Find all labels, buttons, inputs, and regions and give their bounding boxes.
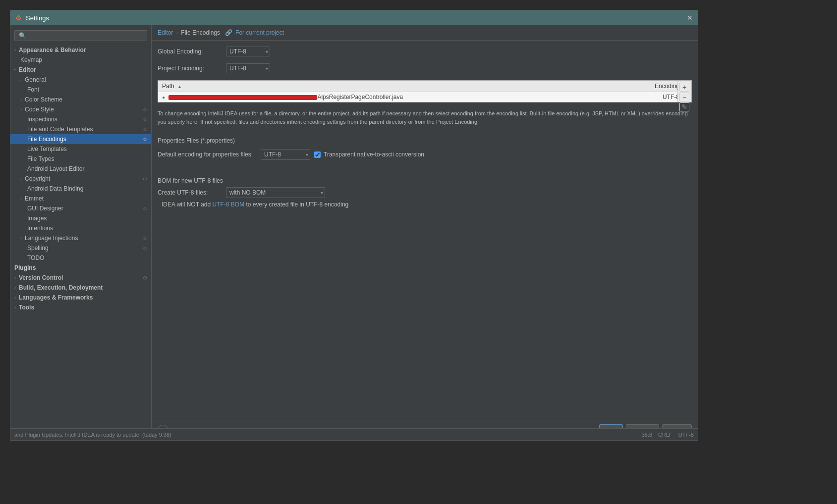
chevron-icon: ›	[14, 275, 16, 280]
sidebar-item-label: File Encodings	[27, 136, 66, 143]
remove-button[interactable]: −	[679, 93, 689, 101]
status-right: 35:6 CRLF UTF-8	[642, 432, 694, 438]
chevron-icon: ›	[14, 48, 16, 52]
window-title: Settings	[26, 14, 49, 22]
transparent-checkbox-label[interactable]: Transparent native-to-ascii conversion	[314, 151, 424, 158]
chevron-icon: ›	[14, 295, 16, 300]
settings-icon: ⚙	[143, 206, 147, 211]
sidebar-item-color-scheme[interactable]: › Color Scheme	[10, 95, 151, 104]
file-encoding-table-container: Path ▲ Encoding	[158, 80, 692, 102]
add-button[interactable]: +	[679, 83, 689, 92]
sidebar-item-live-templates[interactable]: Live Templates	[10, 144, 151, 154]
bom-section-title: BOM for new UTF-8 files	[158, 177, 692, 184]
breadcrumb-editor[interactable]: Editor	[158, 29, 173, 36]
settings-icon: ⚙	[143, 137, 147, 142]
global-encoding-row: Global Encoding: UTF-8 ISO-8859-1 US-ASC…	[158, 47, 692, 56]
transparent-checkbox[interactable]	[314, 151, 321, 158]
chevron-icon: ›	[20, 236, 22, 241]
sidebar-item-copyright[interactable]: › Copyright ⚙	[10, 174, 151, 184]
sidebar-item-android-data-binding[interactable]: Android Data Binding	[10, 184, 151, 194]
path-column-header: Path ▲	[158, 81, 605, 92]
chevron-icon: ›	[14, 285, 16, 290]
table-toolbar: + − ✎	[677, 81, 691, 102]
sidebar-item-label: General	[25, 76, 46, 83]
search-input[interactable]	[14, 30, 147, 41]
properties-encoding-select[interactable]: UTF-8 ISO-8859-1	[261, 149, 310, 160]
sidebar-item-label: Plugins	[14, 264, 36, 271]
sidebar-item-intentions[interactable]: Intentions	[10, 223, 151, 233]
sidebar-item-tools[interactable]: › Tools	[10, 302, 151, 312]
settings-icon: ⚙	[143, 107, 147, 112]
settings-icon: ⚙	[143, 275, 147, 281]
sidebar-item-inspections[interactable]: Inspections ⚙	[10, 114, 151, 124]
global-encoding-label: Global Encoding:	[158, 48, 222, 55]
sidebar-item-label: Tools	[19, 304, 34, 311]
properties-section-title: Properties Files (*.properties)	[158, 137, 692, 146]
sidebar-item-label: Version Control	[19, 274, 63, 281]
sidebar-item-general[interactable]: › General	[10, 75, 151, 85]
sidebar-item-emmet[interactable]: › Emmet	[10, 194, 151, 203]
sidebar-item-file-code-templates[interactable]: File and Code Templates ⚙	[10, 124, 151, 134]
sidebar-item-label: Images	[27, 215, 47, 222]
sidebar-item-label: File Types	[27, 155, 54, 162]
sidebar-item-todo[interactable]: TODO	[10, 253, 151, 263]
breadcrumb-project-link[interactable]: For current project	[235, 29, 284, 36]
project-encoding-select[interactable]: UTF-8 ISO-8859-1 US-ASCII	[226, 63, 270, 73]
sidebar: › Appearance & Behavior Keymap › Editor …	[10, 25, 152, 440]
sidebar-item-appearance[interactable]: › Appearance & Behavior	[10, 45, 151, 55]
bom-link[interactable]: UTF-8 BOM	[212, 201, 244, 208]
table-row[interactable]: ● AlpsRegisterPageController.java UTF-8	[158, 92, 691, 102]
settings-icon: ⚙	[143, 246, 147, 251]
sidebar-item-gui-designer[interactable]: GUI Designer ⚙	[10, 203, 151, 213]
project-encoding-wrapper: UTF-8 ISO-8859-1 US-ASCII	[226, 63, 270, 73]
sidebar-item-version-control[interactable]: › Version Control ⚙	[10, 273, 151, 283]
encoding-info-text: To change encoding IntelliJ IDEA uses fo…	[158, 107, 692, 128]
table-header: Path ▲ Encoding	[158, 81, 691, 92]
sidebar-item-label: File and Code Templates	[27, 126, 93, 133]
sidebar-item-label: Language Injections	[25, 235, 78, 242]
edit-button[interactable]: ✎	[679, 102, 689, 111]
sidebar-item-plugins[interactable]: Plugins	[10, 263, 151, 273]
chevron-icon: ›	[14, 305, 16, 310]
encoding-column-header: Encoding	[605, 81, 683, 92]
default-encoding-label: Default encoding for properties files:	[158, 151, 257, 158]
sidebar-item-label: Color Scheme	[25, 96, 62, 103]
close-button[interactable]: ✕	[687, 14, 693, 22]
sidebar-item-label: Emmet	[25, 195, 44, 202]
sidebar-item-images[interactable]: Images	[10, 213, 151, 223]
sidebar-item-file-types[interactable]: File Types	[10, 154, 151, 164]
sidebar-item-label: Languages & Frameworks	[19, 294, 93, 301]
bom-info-suffix: to every created file in UTF-8 encoding	[244, 201, 348, 208]
sidebar-item-label: Spelling	[27, 245, 49, 252]
chevron-icon: ›	[20, 196, 22, 201]
sidebar-item-label: Editor	[19, 66, 36, 73]
sidebar-item-label: Live Templates	[27, 146, 67, 152]
sidebar-item-editor[interactable]: › Editor	[10, 65, 151, 75]
sidebar-item-build-execution[interactable]: › Build, Execution, Deployment	[10, 283, 151, 293]
table-body: ● AlpsRegisterPageController.java UTF-8	[158, 92, 691, 102]
settings-icon: ⚙	[143, 127, 147, 132]
transparent-label: Transparent native-to-ascii conversion	[324, 151, 424, 158]
sidebar-item-label: TODO	[27, 254, 44, 261]
global-encoding-select[interactable]: UTF-8 ISO-8859-1 US-ASCII	[226, 47, 270, 56]
status-message: and Plugin Updates: IntelliJ IDEA is rea…	[14, 432, 171, 438]
main-panel: Editor › File Encodings 🔗 For current pr…	[152, 25, 698, 440]
panel-content: Global Encoding: UTF-8 ISO-8859-1 US-ASC…	[152, 41, 698, 420]
sidebar-item-label: Build, Execution, Deployment	[19, 284, 103, 291]
sidebar-item-keymap[interactable]: Keymap	[10, 55, 151, 65]
sidebar-item-code-style[interactable]: › Code Style ⚙	[10, 104, 151, 114]
breadcrumb-icon: 🔗	[225, 29, 232, 36]
file-encoding-table: Path ▲ Encoding	[158, 81, 691, 102]
sidebar-item-languages-frameworks[interactable]: › Languages & Frameworks	[10, 293, 151, 302]
properties-encoding-row: Default encoding for properties files: U…	[158, 149, 692, 160]
sidebar-item-label: Android Layout Editor	[27, 165, 84, 172]
bom-info-prefix: IDEA will NOT add	[162, 201, 212, 208]
sidebar-item-spelling[interactable]: Spelling ⚙	[10, 243, 151, 253]
sidebar-item-language-injections[interactable]: › Language Injections ⚙	[10, 233, 151, 243]
sidebar-item-android-layout-editor[interactable]: Android Layout Editor	[10, 164, 151, 174]
project-encoding-row: Project Encoding: UTF-8 ISO-8859-1 US-AS…	[158, 63, 692, 73]
sidebar-item-font[interactable]: Font	[10, 85, 151, 95]
status-charset: UTF-8	[678, 432, 694, 438]
bom-select[interactable]: with NO BOM with BOM	[226, 187, 325, 198]
sidebar-item-file-encodings[interactable]: File Encodings ⚙	[10, 134, 151, 144]
